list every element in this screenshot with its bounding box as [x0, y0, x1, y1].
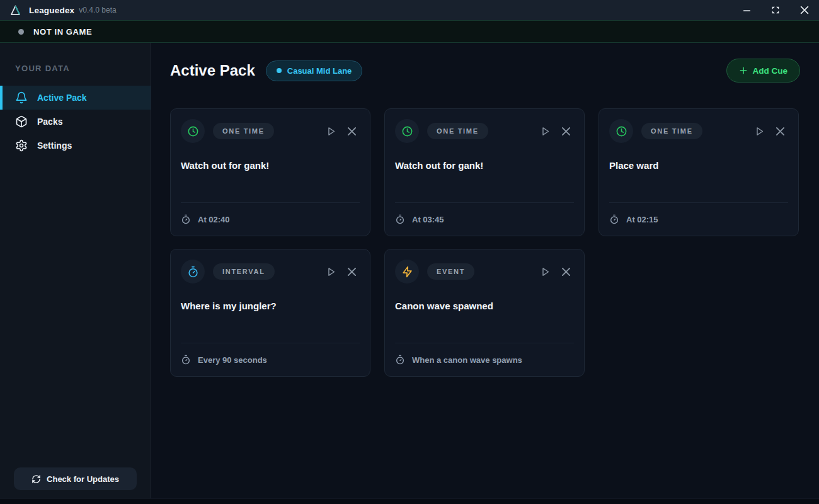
play-cue-button[interactable] [752, 123, 767, 139]
sidebar-item-settings[interactable]: Settings [0, 134, 151, 158]
leaguedex-window: Leaguedex v0.4.0 beta NOT IN GAME YOUR D… [0, 0, 819, 504]
add-cue-label: Add Cue [753, 66, 788, 76]
clock-icon [401, 125, 413, 137]
app-version: v0.4.0 beta [79, 6, 116, 14]
play-cue-button[interactable] [323, 123, 339, 139]
package-icon [15, 115, 28, 128]
leaguedex-logo-icon [9, 4, 22, 17]
play-cue-button[interactable] [537, 123, 553, 139]
clock-icon [187, 125, 199, 137]
refresh-icon [32, 474, 41, 484]
cue-type-icon [395, 119, 419, 143]
cue-type-icon [395, 260, 419, 284]
pack-dot-icon [277, 68, 282, 73]
cue-title: Canon wave spawned [395, 301, 574, 311]
play-icon [326, 266, 336, 277]
cue-card: ONE TIME Watch out for gank! At 02:40 [170, 108, 370, 236]
delete-cue-button[interactable] [772, 123, 788, 139]
delete-cue-button[interactable] [344, 123, 360, 139]
cue-type-badge: ONE TIME [427, 123, 488, 139]
gear-icon [15, 139, 28, 152]
cue-title: Watch out for gank! [181, 160, 360, 171]
sidebar-section-label: YOUR DATA [15, 64, 151, 73]
clock-icon [616, 125, 627, 137]
status-dot-icon [18, 29, 24, 35]
bottom-strip [0, 498, 819, 504]
cue-schedule: At 02:15 [626, 215, 658, 224]
close-button[interactable] [790, 0, 819, 20]
fullscreen-button[interactable] [761, 0, 790, 20]
check-updates-button[interactable]: Check for Updates [14, 467, 137, 490]
stopwatch-icon [187, 266, 199, 278]
cue-type-icon [609, 119, 633, 143]
play-icon [540, 266, 551, 277]
close-icon [347, 267, 357, 277]
stopwatch-icon [609, 214, 619, 224]
bell-icon [15, 91, 28, 104]
stopwatch-icon [181, 355, 191, 365]
cue-schedule: At 02:40 [198, 215, 230, 224]
check-updates-label: Check for Updates [47, 474, 119, 484]
sidebar-item-label: Active Pack [37, 93, 87, 103]
stopwatch-icon [395, 214, 405, 224]
cue-title: Where is my jungler? [181, 301, 360, 311]
play-icon [326, 126, 336, 137]
minimize-button[interactable] [732, 0, 761, 20]
play-cue-button[interactable] [323, 264, 339, 280]
cue-type-badge: INTERVAL [213, 263, 275, 280]
delete-cue-button[interactable] [558, 123, 574, 139]
titlebar: Leaguedex v0.4.0 beta [0, 0, 819, 20]
stopwatch-icon [181, 214, 191, 224]
close-icon [561, 267, 571, 277]
app-name: Leaguedex [29, 6, 74, 15]
page-title: Active Pack [170, 62, 255, 79]
cue-card: ONE TIME Place ward At 02:15 [598, 108, 799, 236]
active-pack-name: Casual Mid Lane [287, 66, 352, 76]
sidebar: YOUR DATA Active Pack Packs S [0, 43, 151, 498]
close-icon [347, 127, 357, 136]
cue-grid: ONE TIME Watch out for gank! At 02:40 [170, 108, 800, 377]
sidebar-item-active-pack[interactable]: Active Pack [0, 86, 151, 110]
close-icon [561, 127, 571, 136]
cue-type-badge: ONE TIME [213, 123, 274, 139]
cue-card: ONE TIME Watch out for gank! At 03:45 [384, 108, 585, 236]
cue-title: Watch out for gank! [395, 160, 574, 171]
minimize-icon [743, 6, 751, 14]
cue-type-icon [181, 119, 205, 143]
delete-cue-button[interactable] [558, 264, 574, 280]
cue-title: Place ward [609, 160, 788, 171]
lightning-icon [401, 266, 413, 278]
play-icon [540, 126, 551, 137]
fullscreen-icon [771, 6, 780, 14]
cue-schedule: At 03:45 [412, 215, 444, 224]
game-status-bar: NOT IN GAME [0, 20, 819, 43]
cue-card: EVENT Canon wave spawned When a canon wa… [384, 249, 585, 377]
main-content: Active Pack Casual Mid Lane Add Cue [151, 43, 819, 498]
cue-type-badge: EVENT [427, 263, 474, 280]
cue-card: INTERVAL Where is my jungler? Every 90 s… [170, 249, 370, 377]
game-status-text: NOT IN GAME [33, 27, 92, 37]
play-icon [754, 126, 765, 137]
active-pack-badge[interactable]: Casual Mid Lane [266, 60, 363, 81]
sidebar-item-label: Packs [37, 117, 62, 127]
delete-cue-button[interactable] [344, 264, 360, 280]
stopwatch-icon [395, 355, 405, 365]
plus-icon [739, 66, 748, 75]
close-icon [776, 127, 785, 136]
sidebar-item-packs[interactable]: Packs [0, 110, 151, 134]
cue-schedule: When a canon wave spawns [412, 355, 522, 365]
cue-type-badge: ONE TIME [641, 123, 702, 139]
cue-schedule: Every 90 seconds [198, 355, 267, 365]
add-cue-button[interactable]: Add Cue [726, 59, 801, 83]
close-icon [800, 6, 809, 14]
sidebar-item-label: Settings [37, 140, 72, 151]
play-cue-button[interactable] [537, 264, 553, 280]
cue-type-icon [181, 260, 205, 284]
